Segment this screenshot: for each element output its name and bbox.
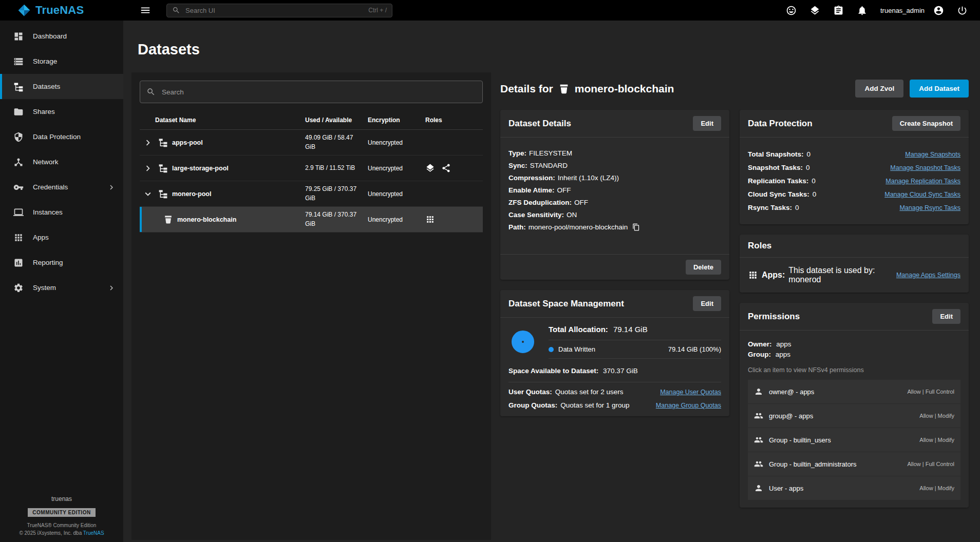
account-circle-icon [933, 5, 944, 16]
space-summary: Total Allocation: 79.14 GiB Data Written… [508, 325, 721, 359]
sidebar-item-credentials[interactable]: Credentials [0, 175, 123, 200]
manage-group-quotas-link[interactable]: Manage Group Quotas [656, 402, 721, 409]
row-value: 0 [807, 150, 811, 158]
field-label: Path: [508, 223, 526, 231]
sidebar-toggle-button[interactable] [138, 3, 153, 18]
sidebar-item-dashboard[interactable]: Dashboard [0, 24, 123, 49]
row-label: Total Snapshots: [748, 150, 804, 158]
table-row-monero-blockchain[interactable]: monero-blockchain 79.14 GiB / 370.37 GiB… [140, 207, 483, 233]
chevron-down-icon [142, 188, 154, 200]
encryption-status: Unencrypted [368, 165, 425, 172]
dataset-tree-icon [158, 189, 168, 199]
power-icon [957, 5, 968, 16]
sidebar-item-reporting[interactable]: Reporting [0, 250, 123, 275]
manage-rsync-tasks-link[interactable]: Manage Rsync Tasks [899, 204, 960, 211]
sidebar-item-shares[interactable]: Shares [0, 99, 123, 124]
power-button[interactable] [957, 5, 968, 16]
manage-replication-tasks-link[interactable]: Manage Replication Tasks [885, 178, 960, 185]
space-available: Space Available to Dataset: 370.37 GiB [508, 367, 721, 382]
brand-name: TrueNAS [35, 4, 84, 17]
logged-in-username: truenas_admin [880, 7, 925, 14]
sidebar-item-datasets[interactable]: Datasets [0, 74, 123, 99]
delete-dataset-button[interactable]: Delete [686, 260, 721, 275]
add-zvol-button[interactable]: Add Zvol [855, 80, 903, 98]
manage-snapshot-tasks-link[interactable]: Manage Snapshot Tasks [890, 164, 960, 171]
row-label: Rsync Tasks: [748, 204, 792, 211]
details-panel: Details for monero-blockchain Add Zvol A… [500, 72, 969, 540]
copy-path-button[interactable] [632, 223, 640, 231]
sidebar: Dashboard Storage Datasets Shares Data P… [0, 21, 123, 542]
card-title: Roles [748, 241, 771, 251]
chevron-right-icon [142, 137, 154, 148]
expand-row-button[interactable] [142, 162, 154, 175]
copyright: © 2025 iXsystems, Inc. dba TrueNAS [0, 530, 123, 536]
total-allocation-value: 79.14 GiB [613, 325, 648, 334]
sidebar-item-data-protection[interactable]: Data Protection [0, 124, 123, 149]
dataset-tree-icon [158, 138, 168, 147]
roles-apps-text: This dataset is used by: monerod [788, 266, 893, 284]
user-quotas-value: Quotas set for 2 users [555, 388, 624, 396]
perm-item-group-at[interactable]: group@ - apps Allow | Modify [748, 404, 960, 428]
brand[interactable]: TrueNAS [0, 4, 123, 17]
card-title: Dataset Details [508, 119, 571, 129]
dataset-name: monero-pool [172, 190, 211, 198]
manage-cloud-sync-tasks-link[interactable]: Manage Cloud Sync Tasks [884, 191, 960, 198]
perm-item-owner[interactable]: owner@ - apps Allow | Full Control [748, 380, 960, 404]
search-icon [146, 87, 156, 96]
edit-dataset-details-button[interactable]: Edit [693, 116, 721, 131]
expand-row-button[interactable] [142, 137, 154, 149]
manage-snapshots-link[interactable]: Manage Snapshots [905, 151, 960, 158]
perm-item-builtin-users[interactable]: Group - builtin_users Allow | Modify [748, 428, 960, 452]
create-snapshot-button[interactable]: Create Snapshot [892, 116, 960, 131]
field-label: Type: [508, 149, 526, 157]
collapse-row-button[interactable] [142, 188, 154, 200]
sidebar-item-system[interactable]: System [0, 275, 123, 300]
manage-user-quotas-link[interactable]: Manage User Quotas [660, 389, 721, 396]
dataset-tree-panel: Dataset Name Used / Available Encryption… [131, 72, 491, 540]
field-sync: Sync: STANDARD [508, 162, 721, 169]
field-compression: Compression: Inherit (1.10x (LZ4)) [508, 174, 721, 182]
alerts-button[interactable] [857, 5, 868, 16]
table-row-large-storage-pool[interactable]: large-storage-pool 2.9 TiB / 11.52 TiB U… [140, 156, 483, 181]
jobs-button[interactable] [833, 5, 844, 16]
group-icon [754, 459, 763, 469]
permissions-card: Permissions Edit Owner: apps Group: [740, 303, 969, 508]
global-search[interactable]: Ctrl + / [166, 4, 392, 17]
manage-apps-settings-link[interactable]: Manage Apps Settings [896, 272, 960, 279]
sidebar-item-instances[interactable]: Instances [0, 200, 123, 225]
dataset-search-input[interactable] [161, 88, 476, 96]
feedback-button[interactable] [786, 5, 797, 16]
status-button[interactable] [809, 5, 820, 16]
field-label: Enable Atime: [508, 186, 555, 194]
sidebar-item-storage[interactable]: Storage [0, 49, 123, 74]
sidebar-item-label: Credentials [33, 183, 68, 191]
group-label: Group: [748, 351, 771, 358]
owner-row: Owner: apps [748, 340, 960, 348]
field-value: FILESYSTEM [529, 149, 572, 157]
edit-permissions-button[interactable]: Edit [932, 309, 960, 324]
perm-item-user-apps[interactable]: User - apps Allow | Modify [748, 476, 960, 500]
sidebar-item-network[interactable]: Network [0, 149, 123, 175]
perm-level: Allow | Full Control [908, 461, 955, 467]
sidebar-item-apps[interactable]: Apps [0, 225, 123, 250]
field-value: ON [567, 211, 577, 219]
edit-space-button[interactable]: Edit [693, 296, 721, 311]
copyright-brand-link[interactable]: TrueNAS [83, 530, 104, 536]
perm-who: group@ - apps [769, 412, 813, 420]
share-role-icon [441, 163, 451, 173]
gear-icon [13, 283, 24, 293]
add-dataset-button[interactable]: Add Dataset [910, 80, 969, 98]
account-button[interactable] [933, 5, 944, 16]
table-row-monero-pool[interactable]: monero-pool 79.25 GiB / 370.37 GiB Unenc… [140, 181, 483, 207]
row-value: 0 [812, 177, 816, 185]
perm-item-builtin-administrators[interactable]: Group - builtin_administrators Allow | F… [748, 452, 960, 476]
dataset-search[interactable] [140, 81, 483, 103]
field-label: ZFS Deduplication: [508, 199, 572, 206]
edition-text: TrueNAS® Community Edition [0, 522, 123, 528]
page-title: Datasets [138, 41, 980, 58]
row-label: Snapshot Tasks: [748, 164, 803, 171]
encryption-status: Unencrypted [368, 139, 425, 146]
table-row-apps-pool[interactable]: apps-pool 49.09 GiB / 58.47 GiB Unencryp… [140, 130, 483, 156]
global-search-input[interactable] [184, 6, 364, 15]
legend-label: Data Written [558, 345, 595, 353]
